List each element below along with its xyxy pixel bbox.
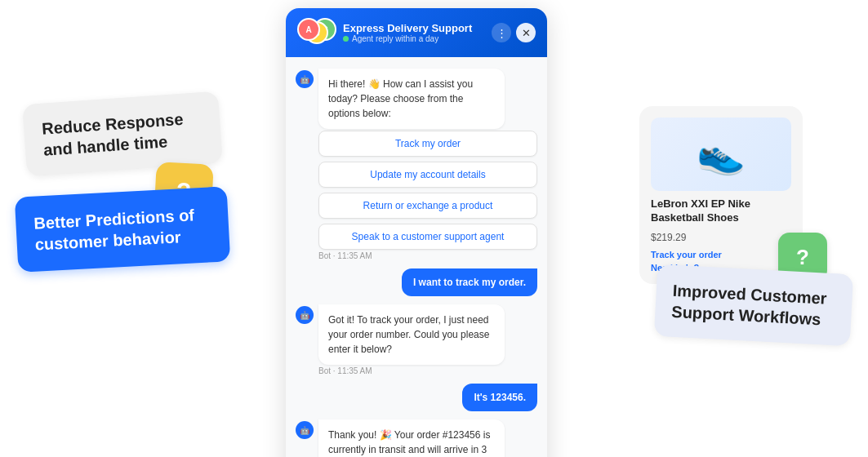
option-update-account[interactable]: Update my account details [318,162,537,188]
chat-subtitle-text: Agent reply within a day [352,34,438,43]
chat-header-actions: ⋮ ✕ [492,23,536,42]
bot-message-1: 🤖 Hi there! 👋 How can I assist you today… [296,69,537,260]
message-options: Track my order Update my account details… [318,131,537,250]
bot-avatar: 🤖 [296,70,314,88]
improved-workflows-card: Improved Customer Support Workflows [654,264,853,346]
avatar-1: A [297,18,320,41]
option-return-exchange[interactable]: Return or exchange a product [318,193,537,219]
chat-title: Express Delivery Support [343,22,483,34]
options-button[interactable]: ⋮ [492,23,511,42]
product-image: 👟 [651,118,791,191]
online-indicator [343,36,349,42]
user-message-2: It's 123456. [462,384,537,411]
option-track-order[interactable]: Track my order [318,131,537,157]
shoe-image-icon: 👟 [697,131,746,177]
option-speak-agent[interactable]: Speak to a customer support agent [318,224,537,250]
chat-header-info: Express Delivery Support Agent reply wit… [343,22,483,43]
product-name: LeBron XXI EP Nike Basketball Shoes [651,197,791,225]
bot-text-2: Got it! To track your order, I just need… [318,304,505,365]
reduce-response-label: Reduce Response and handle time [42,110,185,159]
user-message-1: I want to track my order. [402,268,537,296]
agent-avatars: A B C [297,18,335,47]
bot-text-1: Hi there! 👋 How can I assist you today? … [318,69,505,129]
bot-avatar-3: 🤖 [296,421,314,439]
track-order-link[interactable]: Track your order [651,250,791,260]
product-price: $219.29 [651,232,791,243]
better-predictions-label: Better Predictions of customer behavior [33,206,195,253]
close-button[interactable]: ✕ [516,23,536,42]
improved-workflows-label: Improved Customer Support Workflows [671,282,827,329]
chat-messages: 🤖 Hi there! 👋 How can I assist you today… [286,57,547,457]
chat-subtitle: Agent reply within a day [343,34,483,43]
bot-message-2: 🤖 Got it! To track your order, I just ne… [296,304,537,375]
bot-avatar-2: 🤖 [296,306,314,324]
bot-message-3: 🤖 Thank you! 🎉 Your order #123456 is cur… [296,419,537,457]
chat-widget: A B C Express Delivery Support Agent rep… [286,8,547,457]
bot-timestamp-1: Bot · 11:35 AM [318,251,537,260]
bot-text-3: Thank you! 🎉 Your order #123456 is curre… [318,419,505,457]
green-question-icon: ? [796,245,809,270]
bot-timestamp-2: Bot · 11:35 AM [318,366,537,375]
better-predictions-card: Better Predictions of customer behavior [15,186,230,272]
chat-header: A B C Express Delivery Support Agent rep… [286,8,547,57]
